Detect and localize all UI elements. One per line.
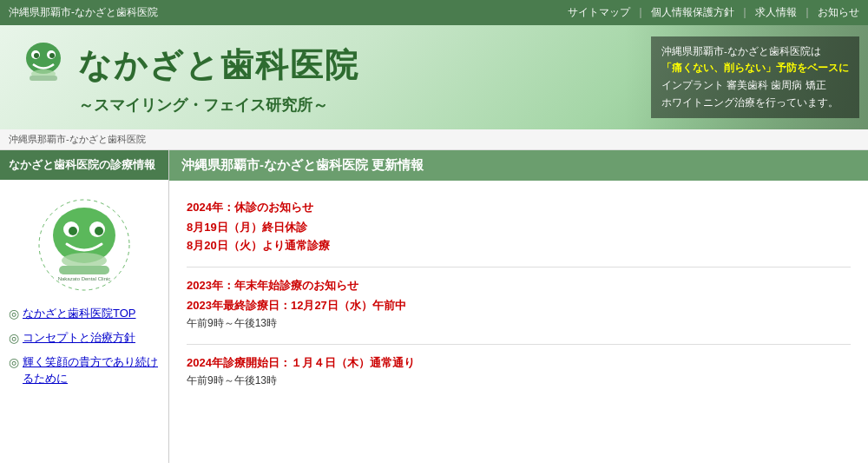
news-line-2-1: 2023年最終診療日：12月27日（水）午前中 [187,298,851,314]
svg-rect-14 [59,266,109,274]
hero-title-row: なかざと歯科医院 [17,39,359,91]
svg-point-4 [49,53,55,58]
sidebar-link-concept[interactable]: ◎ コンセプトと治療方針 [9,330,160,346]
hero-desc-line2: インプラント 審美歯科 歯周病 矯正 [661,80,826,90]
bullet-icon-3: ◎ [9,355,19,369]
sidebar: なかざと歯科医院の診療情報 Nakaz [0,150,169,463]
svg-point-11 [69,227,77,235]
privacy-link[interactable]: 個人情報保護方針 [651,5,734,20]
main-layout: なかざと歯科医院の診療情報 Nakaz [0,150,868,463]
hero-desc-line3: ホワイトニング治療を行っています。 [661,97,838,108]
news-section-3: 2024年診療開始日：１月４日（木）通常通り 午前9時～午後13時 [187,345,851,401]
svg-text:Nakazato Dental Clinic: Nakazato Dental Clinic [58,276,111,281]
hero-desc-highlight: 「痛くない、削らない」予防をベースに [661,63,849,73]
sidebar-nav: ◎ なかざと歯科医院TOP ◎ コンセプトと治療方針 ◎ 輝く笑顔の貴方であり続… [0,306,168,386]
hero-subtitle: ～スマイリング・フェイス研究所～ [78,95,328,116]
top-nav-links: サイトマップ ｜ 個人情報保護方針 ｜ 求人情報 ｜ お知らせ [568,5,859,20]
hero-title: なかざと歯科医院 [78,43,359,88]
news-line-1-1: 8月19日（月）終日休診 [187,220,851,235]
content-inner: 2024年：休診のお知らせ 8月19日（月）終日休診 8月20日（火）より通常診… [169,181,868,410]
news-section-2: 2023年：年末年始診療のお知らせ 2023年最終診療日：12月27日（水）午前… [187,268,851,345]
sidebar-logo-area: Nakazato Dental Clinic [0,180,168,306]
top-nav-bar: 沖縄県那覇市-なかざと歯科医院 サイトマップ ｜ 個人情報保護方針 ｜ 求人情報… [0,0,868,25]
news-line-1-2: 8月20日（火）より通常診療 [187,238,851,254]
hero-banner: なかざと歯科医院 ～スマイリング・フェイス研究所～ 沖縄県那覇市-なかざと歯科医… [0,25,868,129]
recruit-link[interactable]: 求人情報 [755,5,797,20]
news-year-2: 2023年：年末年始診療のお知らせ [187,278,851,294]
breadcrumb: 沖縄県那覇市-なかざと歯科医院 [0,129,868,150]
hero-desc-box: 沖縄県那覇市-なかざと歯科医院は 「痛くない、削らない」予防をベースに インプラ… [651,36,859,118]
news-section-1: 2024年：休診のお知らせ 8月19日（月）終日休診 8月20日（火）より通常診… [187,189,851,268]
svg-point-12 [95,227,103,235]
sitemap-link[interactable]: サイトマップ [568,5,630,20]
hero-left: なかざと歯科医院 ～スマイリング・フェイス研究所～ [0,39,359,116]
content-area: 沖縄県那覇市-なかざと歯科医院 更新情報 2024年：休診のお知らせ 8月19日… [169,150,868,463]
site-name: 沖縄県那覇市-なかざと歯科医院 [9,5,158,20]
sidebar-link-smile-label[interactable]: 輝く笑顔の貴方であり続けるために [23,354,160,386]
sidebar-link-concept-label[interactable]: コンセプトと治療方針 [23,330,135,346]
sidebar-link-smile[interactable]: ◎ 輝く笑顔の貴方であり続けるために [9,354,160,386]
content-header: 沖縄県那覇市-なかざと歯科医院 更新情報 [169,150,868,181]
hero-logo-icon [17,39,69,91]
bullet-icon-1: ◎ [9,307,19,320]
bullet-icon-2: ◎ [9,331,19,345]
notice-link[interactable]: お知らせ [818,5,859,20]
sidebar-logo-icon: Nakazato Dental Clinic [36,197,132,293]
svg-rect-6 [30,76,57,81]
sidebar-link-top-label[interactable]: なかざと歯科医院TOP [23,306,136,321]
news-line-3-2: 午前9時～午後13時 [187,373,851,388]
news-line-3-1: 2024年診療開始日：１月４日（木）通常通り [187,355,851,371]
news-line-2-2: 午前9時～午後13時 [187,316,851,331]
news-year-1: 2024年：休診のお知らせ [187,200,851,215]
svg-point-3 [34,53,39,58]
hero-desc-line1: 沖縄県那覇市-なかざと歯科医院は [661,46,821,56]
hero-right-description: 沖縄県那覇市-なかざと歯科医院は 「痛くない、削らない」予防をベースに インプラ… [625,25,868,129]
sidebar-title: なかざと歯科医院の診療情報 [0,150,168,180]
sidebar-link-top[interactable]: ◎ なかざと歯科医院TOP [9,306,160,321]
